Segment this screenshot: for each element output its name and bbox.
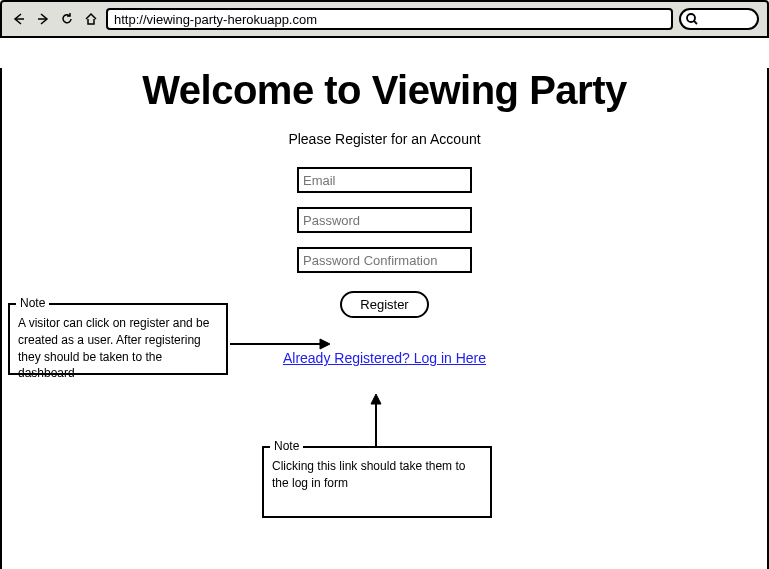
register-button[interactable]: Register (340, 291, 428, 318)
search-box[interactable] (679, 8, 759, 30)
svg-point-0 (687, 14, 695, 22)
refresh-icon[interactable] (58, 10, 76, 28)
page-title: Welcome to Viewing Party (2, 68, 767, 113)
address-bar[interactable]: http://viewing-party-herokuapp.com (106, 8, 673, 30)
url-text: http://viewing-party-herokuapp.com (114, 12, 317, 27)
arrow-icon (370, 394, 382, 446)
back-icon[interactable] (10, 10, 28, 28)
email-field[interactable] (297, 167, 472, 193)
svg-line-1 (694, 21, 697, 24)
page-subtitle: Please Register for an Account (2, 131, 767, 147)
browser-viewport: Welcome to Viewing Party Please Register… (0, 68, 769, 569)
note-text: A visitor can click on register and be c… (18, 316, 209, 380)
password-confirmation-field[interactable] (297, 247, 472, 273)
svg-marker-3 (320, 339, 330, 349)
password-field[interactable] (297, 207, 472, 233)
annotation-note-login: Note Clicking this link should take them… (262, 446, 492, 518)
home-icon[interactable] (82, 10, 100, 28)
login-link[interactable]: Already Registered? Log in Here (283, 350, 486, 366)
search-icon (685, 12, 699, 26)
note-legend: Note (16, 295, 49, 312)
note-legend: Note (270, 438, 303, 455)
browser-toolbar: http://viewing-party-herokuapp.com (0, 0, 769, 38)
svg-marker-5 (371, 394, 381, 404)
note-text: Clicking this link should take them to t… (272, 459, 465, 490)
annotation-note-register: Note A visitor can click on register and… (8, 303, 228, 375)
arrow-icon (230, 338, 330, 350)
forward-icon[interactable] (34, 10, 52, 28)
